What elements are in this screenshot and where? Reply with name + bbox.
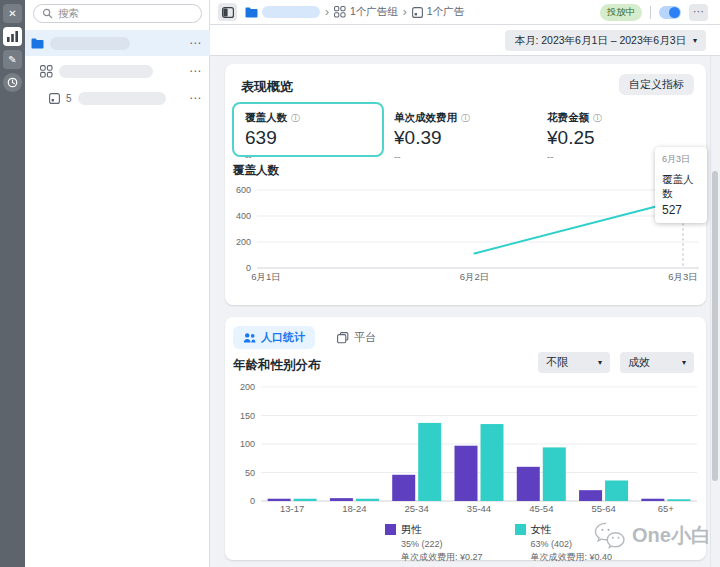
svg-text:18-24: 18-24 xyxy=(342,503,366,514)
performance-overview-panel: 表现概览 自定义指标 覆盖人数ⓘ 639 -- 单次成效费用ⓘ ¥0.39 --… xyxy=(225,64,706,305)
svg-text:65+: 65+ xyxy=(658,503,675,514)
ad-icon xyxy=(49,93,60,104)
section-title: 年龄和性别分布 xyxy=(233,357,321,374)
legend-item-male: 男性 35% (222) 单次成效费用: ¥0.27 xyxy=(385,523,483,564)
tooltip-date: 6月3日 xyxy=(662,153,700,166)
filter-dropdown-breakdown[interactable]: 不限 ▾ xyxy=(538,352,610,373)
watermark: One小白 xyxy=(594,522,711,549)
svg-text:50: 50 xyxy=(245,468,255,478)
info-icon: ⓘ xyxy=(593,112,602,125)
metric-value: ¥0.25 xyxy=(547,127,673,149)
header-right-group: 投放中 ⋯ xyxy=(600,4,720,21)
metric-label: 覆盖人数 xyxy=(245,111,287,125)
more-menu-button[interactable]: ⋯ xyxy=(689,4,708,21)
sidebar-item-campaign[interactable]: ⋯ xyxy=(25,30,210,56)
svg-text:45-54: 45-54 xyxy=(529,503,553,514)
breadcrumb-adset[interactable]: 1个广告组 xyxy=(334,5,398,19)
breadcrumb-campaign[interactable] xyxy=(245,6,320,18)
breadcrumb-ad-label: 1个广告 xyxy=(427,5,464,19)
chevron-down-icon: ▾ xyxy=(693,36,697,45)
tab-label: 平台 xyxy=(354,330,376,345)
sidebar-item-ad[interactable]: 5 ⋯ xyxy=(25,85,210,111)
svg-text:200: 200 xyxy=(240,382,255,392)
toggle-knob xyxy=(669,7,680,18)
filter-dropdown-metric[interactable]: 成效 ▾ xyxy=(620,352,694,373)
search-placeholder: 搜索 xyxy=(58,7,79,21)
campaign-sidebar: 搜索 ⋯ ⋯ 5 ⋯ xyxy=(25,0,210,567)
metric-label: 单次成效费用 xyxy=(394,111,457,125)
customize-metrics-button[interactable]: 自定义指标 xyxy=(619,74,694,95)
sub-toolbar: 本月: 2023年6月1日 – 2023年6月3日 ▾ xyxy=(210,25,720,56)
more-options-icon[interactable]: ⋯ xyxy=(189,37,202,49)
tab-platform[interactable]: 平台 xyxy=(327,326,386,349)
redacted-ad-name xyxy=(78,92,166,105)
charts-tool-button[interactable] xyxy=(3,27,22,46)
clock-icon xyxy=(7,77,18,88)
more-options-icon[interactable]: ⋯ xyxy=(189,65,202,77)
svg-text:600: 600 xyxy=(236,185,251,195)
scrollbar-track xyxy=(710,56,720,567)
people-icon xyxy=(243,332,256,344)
left-icon-rail: ✕ ✎ xyxy=(0,0,25,567)
pencil-icon: ✎ xyxy=(8,54,16,65)
breadcrumb-ad[interactable]: 1个广告 xyxy=(412,5,464,19)
metric-card-reach[interactable]: 覆盖人数ⓘ 639 -- xyxy=(232,102,384,157)
folder-icon xyxy=(245,7,258,18)
tab-label: 人口统计 xyxy=(261,330,305,345)
age-gender-bar-chart: 05010015020013-1718-2425-3435-4445-5455-… xyxy=(231,381,701,515)
ads-manager-app: ✕ ✎ 搜索 ⋯ ⋯ 5 ⋯ xyxy=(0,0,720,567)
close-icon[interactable]: ✕ xyxy=(3,4,22,23)
sidebar-item-adset[interactable]: ⋯ xyxy=(25,58,210,84)
dropdown-value: 成效 xyxy=(628,355,650,370)
chevron-down-icon: ▾ xyxy=(598,358,602,367)
svg-text:150: 150 xyxy=(240,411,255,421)
redacted-adset-name xyxy=(59,65,153,78)
edit-tool-button[interactable]: ✎ xyxy=(3,50,22,69)
metric-sub: -- xyxy=(245,151,371,162)
svg-text:200: 200 xyxy=(236,237,251,247)
reach-line-chart: 02004006006月1日6月2日6月3日 xyxy=(231,176,701,284)
svg-text:6月2日: 6月2日 xyxy=(460,271,490,282)
status-badge: 投放中 xyxy=(600,4,643,21)
ad-icon xyxy=(412,7,423,18)
top-header: › 1个广告组 › 1个广告 投放中 ⋯ xyxy=(210,0,720,25)
svg-text:55-64: 55-64 xyxy=(591,503,615,514)
legend-cost: 单次成效费用: ¥0.27 xyxy=(401,551,483,564)
panel-title: 表现概览 xyxy=(241,78,293,96)
svg-text:6月3日: 6月3日 xyxy=(668,271,698,282)
panel-toggle-icon xyxy=(222,7,234,18)
divider xyxy=(650,6,651,19)
platform-icon xyxy=(337,332,349,344)
svg-text:6月1日: 6月1日 xyxy=(251,271,281,282)
more-options-icon[interactable]: ⋯ xyxy=(189,92,202,104)
metric-value: 639 xyxy=(245,127,371,149)
date-range-selector[interactable]: 本月: 2023年6月1日 – 2023年6月3日 ▾ xyxy=(505,30,706,51)
legend-swatch-female xyxy=(515,524,526,535)
metric-sub: -- xyxy=(394,151,520,162)
scrollbar-thumb[interactable] xyxy=(712,171,718,481)
svg-text:400: 400 xyxy=(236,211,251,221)
tooltip-value: 527 xyxy=(662,203,700,217)
metric-value: ¥0.39 xyxy=(394,127,520,149)
tooltip-label: 覆盖人数 xyxy=(662,173,700,201)
active-toggle[interactable] xyxy=(659,6,681,19)
metric-card-cost-per-result[interactable]: 单次成效费用ⓘ ¥0.39 -- xyxy=(381,102,533,157)
search-input[interactable]: 搜索 xyxy=(33,4,202,23)
search-icon xyxy=(42,8,53,19)
close-glyph: ✕ xyxy=(8,8,16,19)
info-icon: ⓘ xyxy=(291,112,300,125)
adset-grid-icon xyxy=(40,65,53,78)
svg-text:100: 100 xyxy=(240,439,255,449)
history-tool-button[interactable] xyxy=(3,73,22,92)
legend-swatch-male xyxy=(385,524,396,535)
date-range-label: 本月: 2023年6月1日 – 2023年6月3日 xyxy=(514,34,686,48)
svg-text:13-17: 13-17 xyxy=(280,503,304,514)
bar-chart-icon xyxy=(7,31,18,42)
ellipsis-icon: ⋯ xyxy=(693,9,704,15)
ad-name-prefix: 5 xyxy=(66,93,72,104)
info-icon: ⓘ xyxy=(461,112,470,125)
collapse-sidebar-button[interactable] xyxy=(218,3,237,21)
tab-demographics[interactable]: 人口统计 xyxy=(233,326,315,349)
breakdown-tabs: 人口统计 平台 xyxy=(233,326,386,349)
chevron-down-icon: ▾ xyxy=(682,358,686,367)
